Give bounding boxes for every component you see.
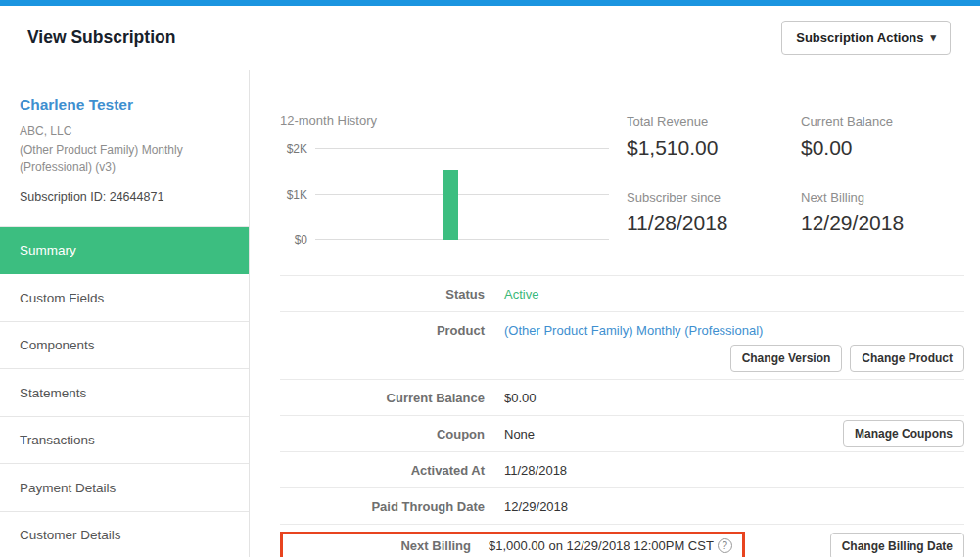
y-tick-2k: $2K bbox=[280, 142, 307, 156]
detail-row-paid-through: Paid Through Date 12/29/2018 bbox=[280, 488, 964, 525]
sidebar-item-customer-details[interactable]: Customer Details bbox=[0, 512, 249, 557]
stat-subscriber-since: Subscriber since 11/28/2018 bbox=[627, 190, 801, 240]
change-version-button[interactable]: Change Version bbox=[730, 345, 843, 372]
subscription-actions-label: Subscription Actions bbox=[796, 30, 923, 45]
revenue-bar bbox=[443, 170, 458, 240]
stat-label: Current Balance bbox=[801, 115, 964, 129]
sidebar-item-transactions[interactable]: Transactions bbox=[0, 417, 249, 465]
customer-info: Charlene Tester ABC, LLC (Other Product … bbox=[0, 70, 249, 204]
stat-current-balance: Current Balance $0.00 bbox=[801, 115, 964, 164]
sidebar-item-custom-fields[interactable]: Custom Fields bbox=[0, 274, 249, 322]
bar-slot bbox=[340, 148, 364, 240]
detail-row-current-balance: Current Balance $0.00 bbox=[280, 380, 964, 416]
bar-slot bbox=[560, 148, 584, 240]
stat-value: 12/29/2018 bbox=[801, 211, 964, 235]
manage-coupons-button[interactable]: Manage Coupons bbox=[843, 420, 964, 447]
chevron-down-icon: ▾ bbox=[930, 31, 936, 44]
bar-slot bbox=[511, 148, 536, 240]
y-tick-1k: $1K bbox=[280, 188, 307, 202]
chart-title: 12-month History bbox=[280, 114, 618, 128]
view-subscription-page: View Subscription Subscription Actions ▾… bbox=[0, 0, 980, 557]
sidebar-item-label: Payment Details bbox=[20, 481, 116, 495]
detail-row-coupon: Coupon None Manage Coupons bbox=[280, 416, 964, 452]
sidebar-item-label: Components bbox=[20, 338, 95, 352]
product-buttons: Change Version Change Product bbox=[504, 345, 964, 372]
bar-slot bbox=[413, 148, 438, 240]
sidebar-item-label: Summary bbox=[20, 243, 76, 257]
chart-bars bbox=[315, 148, 609, 240]
y-tick-0: $0 bbox=[280, 233, 307, 247]
bar-slot bbox=[487, 148, 511, 240]
detail-row-product: Product (Other Product Family) Monthly (… bbox=[280, 312, 964, 380]
bar-slot bbox=[584, 148, 609, 240]
paid-through-value: 12/29/2018 bbox=[504, 499, 568, 514]
sidebar-item-statements[interactable]: Statements bbox=[0, 369, 249, 417]
stat-label: Next Billing bbox=[801, 190, 964, 205]
customer-name-link[interactable]: Charlene Tester bbox=[20, 96, 229, 114]
detail-label: Next Billing bbox=[283, 538, 471, 553]
current-balance-value: $0.00 bbox=[504, 391, 537, 405]
stat-value: $1,510.00 bbox=[627, 136, 801, 160]
change-product-button[interactable]: Change Product bbox=[850, 345, 964, 372]
bar-slot bbox=[389, 148, 413, 240]
activated-at-value: 11/28/2018 bbox=[504, 463, 567, 478]
next-billing-value: $1,000.00 on 12/29/2018 12:00PM CST bbox=[489, 538, 714, 553]
stat-value: 11/28/2018 bbox=[627, 211, 801, 235]
sidebar: Charlene Tester ABC, LLC (Other Product … bbox=[0, 70, 250, 557]
detail-row-next-billing: Next Billing $1,000.00 on 12/29/2018 12:… bbox=[280, 525, 964, 557]
detail-row-status: Status Active bbox=[280, 276, 964, 312]
chart-plot-area bbox=[315, 148, 609, 240]
sidebar-item-label: Transactions bbox=[20, 433, 95, 447]
bar-slot bbox=[438, 148, 462, 240]
page-header: View Subscription Subscription Actions ▾ bbox=[0, 6, 980, 70]
product-content: (Other Product Family) Monthly (Professi… bbox=[504, 321, 964, 372]
detail-label: Status bbox=[280, 287, 485, 302]
detail-label: Paid Through Date bbox=[280, 499, 485, 514]
details-table: Status Active Product (Other Product Fam… bbox=[280, 275, 964, 557]
subscription-id-value: 24644871 bbox=[110, 190, 164, 204]
stats-grid: Total Revenue $1,510.00 Current Balance … bbox=[627, 114, 964, 240]
coupon-value: None bbox=[504, 427, 535, 441]
bar-slot bbox=[364, 148, 389, 240]
stat-label: Total Revenue bbox=[627, 115, 801, 129]
bar-slot bbox=[536, 148, 560, 240]
customer-product-line2: (Professional) (v3) bbox=[20, 159, 229, 177]
sidebar-item-label: Customer Details bbox=[20, 528, 121, 542]
customer-product-line1: (Other Product Family) Monthly bbox=[20, 141, 229, 160]
next-billing-highlight: Next Billing $1,000.00 on 12/29/2018 12:… bbox=[280, 532, 745, 557]
subscription-actions-button[interactable]: Subscription Actions ▾ bbox=[781, 21, 951, 55]
detail-label: Coupon bbox=[280, 427, 485, 441]
change-billing-date-button[interactable]: Change Billing Date bbox=[830, 533, 964, 557]
main-content: 12-month History $2K $1K $0 bbox=[250, 70, 980, 557]
detail-label: Current Balance bbox=[280, 391, 485, 405]
subscription-id: Subscription ID: 24644871 bbox=[20, 190, 229, 204]
page-title: View Subscription bbox=[27, 27, 175, 48]
page-body: Charlene Tester ABC, LLC (Other Product … bbox=[0, 70, 980, 557]
sidebar-item-summary[interactable]: Summary bbox=[0, 227, 249, 275]
revenue-chart-block: 12-month History $2K $1K $0 bbox=[280, 114, 618, 240]
customer-company: ABC, LLC bbox=[20, 122, 229, 141]
revenue-bar-chart: $2K $1K $0 bbox=[280, 148, 609, 240]
stat-total-revenue: Total Revenue $1,510.00 bbox=[627, 115, 801, 164]
help-icon[interactable]: ? bbox=[718, 538, 732, 553]
detail-row-activated-at: Activated At 11/28/2018 bbox=[280, 452, 964, 488]
sidebar-item-label: Statements bbox=[20, 386, 86, 400]
status-value: Active bbox=[504, 287, 538, 302]
sidebar-item-label: Custom Fields bbox=[20, 291, 104, 305]
stat-label: Subscriber since bbox=[627, 190, 801, 205]
detail-label: Activated At bbox=[280, 463, 485, 478]
sidebar-menu: Summary Custom Fields Components Stateme… bbox=[0, 226, 249, 557]
subscription-id-label: Subscription ID: bbox=[20, 190, 106, 204]
detail-label: Product bbox=[280, 321, 485, 338]
bar-slot bbox=[315, 148, 340, 240]
customer-meta: ABC, LLC (Other Product Family) Monthly … bbox=[20, 122, 229, 177]
overview-section: 12-month History $2K $1K $0 bbox=[280, 70, 964, 240]
product-link[interactable]: (Other Product Family) Monthly (Professi… bbox=[504, 323, 763, 338]
sidebar-item-payment-details[interactable]: Payment Details bbox=[0, 464, 249, 512]
stat-next-billing: Next Billing 12/29/2018 bbox=[801, 190, 964, 240]
sidebar-item-components[interactable]: Components bbox=[0, 322, 249, 370]
stat-value: $0.00 bbox=[801, 136, 964, 160]
bar-slot bbox=[462, 148, 487, 240]
